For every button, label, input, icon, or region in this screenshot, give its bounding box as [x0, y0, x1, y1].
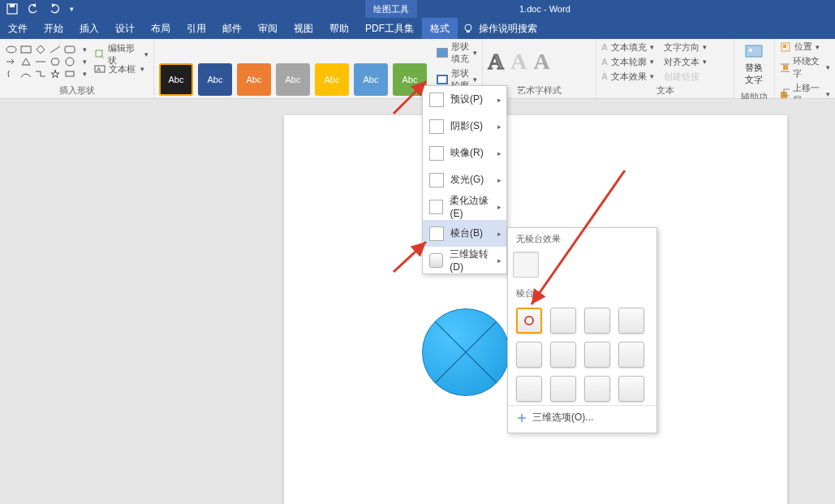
- shape-more-icon[interactable]: ▾: [78, 44, 91, 55]
- bevel-preset-8[interactable]: [618, 342, 644, 368]
- tab-home[interactable]: 开始: [36, 18, 71, 39]
- tab-mailings[interactable]: 邮件: [214, 18, 250, 39]
- style-swatch-4[interactable]: Abc: [276, 63, 310, 96]
- create-link-button[interactable]: 创建链接: [664, 71, 707, 83]
- wordart-style-1[interactable]: A: [488, 49, 504, 75]
- bevel-preset-2[interactable]: [550, 308, 576, 334]
- shape-arrow2-icon[interactable]: [34, 56, 47, 67]
- shape-circle-icon[interactable]: [63, 56, 76, 67]
- tab-references[interactable]: 引用: [179, 18, 214, 39]
- bevel-preset-6[interactable]: [550, 342, 576, 368]
- shape-rect-icon[interactable]: [19, 44, 32, 55]
- tab-view[interactable]: 视图: [286, 18, 321, 39]
- shapes-gallery[interactable]: ▾ ▾ ▾: [5, 44, 91, 80]
- style-swatch-5[interactable]: Abc: [315, 63, 349, 96]
- rotation-3d-icon: [429, 253, 443, 268]
- bevel-preset-11[interactable]: [584, 376, 610, 402]
- bevel-preset-5[interactable]: [516, 342, 542, 368]
- menu-item-glow[interactable]: 发光(G)▸: [423, 166, 506, 193]
- selected-shape-circle[interactable]: [422, 308, 510, 396]
- bevel-preset-4[interactable]: [618, 308, 644, 334]
- menu-item-soft-edges[interactable]: 柔化边缘(E)▸: [423, 193, 506, 220]
- wrap-text-button[interactable]: 环绕文字▾: [780, 55, 830, 80]
- tab-file[interactable]: 文件: [0, 18, 36, 39]
- menu-item-shadow[interactable]: 阴影(S)▸: [423, 113, 506, 140]
- save-icon[interactable]: [6, 3, 18, 15]
- bevel-preset-10[interactable]: [550, 376, 576, 402]
- shape-connector-icon[interactable]: [34, 68, 47, 80]
- edit-shape-button[interactable]: 编辑形状▾: [94, 48, 148, 61]
- bevel-preset-1[interactable]: [516, 308, 542, 334]
- text-outline-button[interactable]: A文本轮廓▾: [601, 56, 654, 68]
- shape-style-gallery[interactable]: Abc Abc Abc Abc Abc Abc Abc: [159, 63, 427, 96]
- align-text-button[interactable]: 对齐文本▾: [664, 56, 707, 68]
- wordart-gallery[interactable]: A A A: [488, 49, 550, 75]
- bevel-preset-9[interactable]: [516, 376, 542, 402]
- submenu-bevel-title: 棱台: [508, 282, 656, 304]
- shape-hex-icon[interactable]: [49, 56, 62, 67]
- tab-pdf-tools[interactable]: PDF工具集: [357, 18, 422, 39]
- style-swatch-2[interactable]: Abc: [198, 63, 232, 96]
- bevel-preset-3[interactable]: [584, 308, 610, 334]
- position-button[interactable]: 位置▾: [780, 41, 830, 53]
- tab-review[interactable]: 审阅: [250, 18, 286, 39]
- bevel-preset-12[interactable]: [618, 376, 644, 402]
- shape-more3-icon[interactable]: ▾: [78, 68, 91, 80]
- 3d-options-label: 三维选项(O)...: [532, 411, 593, 424]
- tab-help[interactable]: 帮助: [321, 18, 357, 39]
- wrap-text-label: 环绕文字: [793, 55, 823, 80]
- group-label-insert-shapes: 插入形状: [5, 83, 148, 98]
- menu-item-reflection[interactable]: 映像(R)▸: [423, 140, 506, 166]
- shape-curve-icon[interactable]: [19, 68, 32, 80]
- shape-arrow-icon[interactable]: [5, 56, 18, 67]
- text-direction-button[interactable]: 文字方向▾: [664, 41, 707, 54]
- shape-bracket-icon[interactable]: [5, 68, 18, 80]
- tell-me-search[interactable]: 操作说明搜索: [463, 22, 537, 36]
- document-title: 1.doc - Word: [519, 0, 570, 18]
- soft-edges-icon: [429, 200, 443, 214]
- group-accessibility: 替换 文字 辅助功能: [734, 39, 775, 98]
- shape-roundrect-icon[interactable]: [63, 44, 76, 55]
- group-label-text: 文本: [601, 83, 729, 98]
- text-fill-button[interactable]: A文本填充▾: [601, 41, 654, 54]
- text-effects-button[interactable]: A文本效果▾: [601, 71, 654, 83]
- tab-insert[interactable]: 插入: [71, 18, 107, 39]
- bevel-none-button[interactable]: [513, 252, 539, 278]
- shape-fill-button[interactable]: 形状填充▾: [437, 41, 477, 65]
- alt-text-button[interactable]: 替换 文字: [739, 41, 768, 89]
- 3d-options-button[interactable]: 三维选项(O)...: [508, 405, 656, 429]
- tab-layout[interactable]: 布局: [143, 18, 179, 39]
- svg-line-6: [50, 46, 60, 53]
- shape-oval-icon[interactable]: [5, 44, 18, 55]
- text-direction-label: 文字方向: [664, 41, 699, 54]
- svg-point-2: [465, 24, 471, 31]
- style-swatch-3[interactable]: Abc: [237, 63, 271, 96]
- chevron-right-icon: ▸: [497, 176, 501, 184]
- quick-access-toolbar: ▾: [0, 3, 74, 15]
- qat-more-icon[interactable]: ▾: [70, 5, 74, 13]
- menu-item-preset[interactable]: 预设(P)▸: [423, 86, 506, 113]
- tab-design[interactable]: 设计: [107, 18, 143, 39]
- shape-rect2-icon[interactable]: [63, 68, 76, 80]
- lightbulb-icon: [463, 23, 474, 34]
- tab-format[interactable]: 格式: [422, 18, 458, 39]
- shape-more2-icon[interactable]: ▾: [78, 56, 91, 67]
- redo-icon[interactable]: [49, 3, 60, 15]
- menu-item-3d-rotation[interactable]: 三维旋转(D)▸: [423, 247, 506, 274]
- style-swatch-6[interactable]: Abc: [354, 63, 388, 96]
- undo-icon[interactable]: [28, 3, 39, 15]
- options-icon: [516, 412, 527, 424]
- style-swatch-1[interactable]: Abc: [159, 63, 193, 96]
- menu-item-preset-label: 预设(P): [450, 93, 483, 106]
- bevel-preset-7[interactable]: [584, 342, 610, 368]
- shape-diamond-icon[interactable]: [34, 44, 47, 55]
- text-box-button[interactable]: A 文本框▾: [94, 62, 148, 75]
- reflection-icon: [429, 146, 444, 161]
- menu-item-bevel[interactable]: 棱台(B)▸: [423, 220, 506, 247]
- wrap-text-icon: [780, 62, 790, 73]
- shape-star-icon[interactable]: [49, 68, 62, 80]
- shape-triangle-icon[interactable]: [19, 56, 32, 67]
- wordart-style-3[interactable]: A: [533, 49, 549, 75]
- shape-line-icon[interactable]: [49, 44, 62, 55]
- wordart-style-2[interactable]: A: [510, 49, 527, 75]
